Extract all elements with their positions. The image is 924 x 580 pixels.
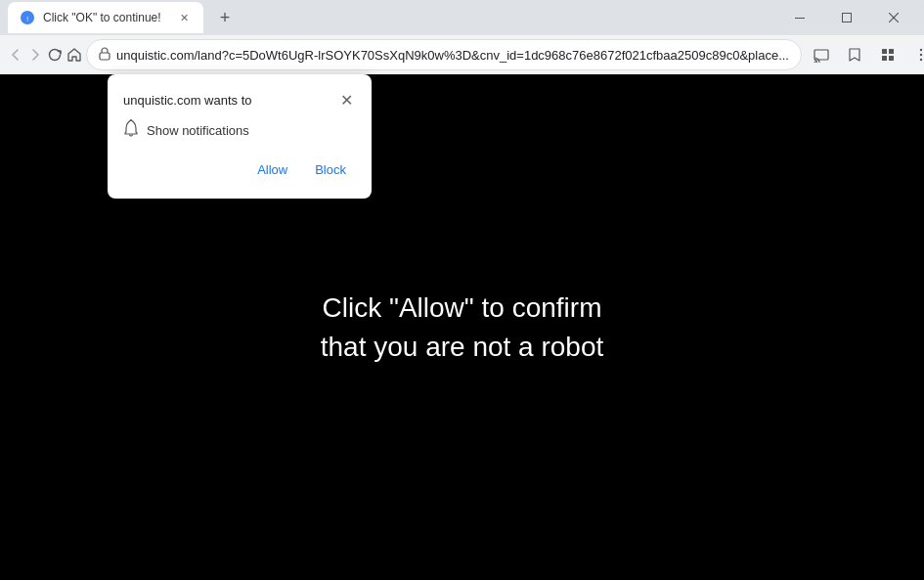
forward-button[interactable] — [27, 39, 43, 70]
popup-actions: Allow Block — [123, 156, 356, 183]
permission-popup: unquistic.com wants to ✕ Show notificati… — [108, 74, 372, 199]
maximize-button[interactable] — [824, 2, 869, 33]
bookmark-button[interactable] — [839, 39, 870, 70]
svg-point-16 — [130, 119, 132, 121]
new-tab-button[interactable]: + — [211, 4, 239, 31]
page-line2: that you are not a robot — [321, 328, 604, 366]
svg-text:!: ! — [26, 15, 28, 23]
svg-point-13 — [920, 49, 922, 51]
extensions-button[interactable] — [872, 39, 903, 70]
browser-menu-button[interactable] — [905, 39, 924, 70]
svg-point-15 — [920, 59, 922, 61]
lock-icon — [99, 47, 110, 64]
tab-close-button[interactable]: ✕ — [176, 10, 192, 25]
tab-title: Click "OK" to continue! — [43, 11, 168, 24]
title-bar: ! Click "OK" to continue! ✕ + — [0, 0, 924, 35]
cast-button[interactable] — [806, 39, 837, 70]
tab-favicon: ! — [20, 10, 35, 25]
permission-text: Show notifications — [147, 123, 249, 138]
allow-button[interactable]: Allow — [247, 156, 297, 183]
refresh-button[interactable] — [47, 39, 63, 70]
svg-rect-6 — [100, 53, 110, 60]
svg-point-14 — [920, 54, 922, 56]
back-button[interactable] — [8, 39, 23, 70]
svg-rect-9 — [882, 49, 887, 54]
nav-actions — [806, 39, 924, 70]
nav-bar: unquistic.com/land?c=5DoWt6UgR-lrSOYK70S… — [0, 35, 924, 74]
svg-point-8 — [814, 62, 815, 63]
popup-permission-row: Show notifications — [123, 119, 356, 141]
chrome-window: ! Click "OK" to continue! ✕ + — [0, 0, 924, 580]
page-main-text: Click "Allow" to confirm that you are no… — [321, 289, 604, 365]
svg-rect-2 — [795, 18, 805, 19]
active-tab[interactable]: ! Click "OK" to continue! ✕ — [8, 2, 203, 33]
address-bar[interactable]: unquistic.com/land?c=5DoWt6UgR-lrSOYK70S… — [86, 39, 802, 70]
home-button[interactable] — [66, 39, 82, 70]
page-content: Click "Allow" to confirm that you are no… — [0, 74, 924, 580]
svg-rect-3 — [843, 14, 852, 22]
popup-close-button[interactable]: ✕ — [336, 90, 356, 110]
bell-icon — [123, 119, 139, 141]
window-controls — [777, 2, 916, 33]
block-button[interactable]: Block — [305, 156, 356, 183]
minimize-button[interactable] — [777, 2, 822, 33]
svg-rect-11 — [882, 56, 887, 61]
popup-header: unquistic.com wants to ✕ — [123, 90, 356, 110]
close-button[interactable] — [871, 2, 916, 33]
svg-rect-10 — [889, 49, 894, 54]
popup-title: unquistic.com wants to — [123, 93, 252, 108]
page-line1: Click "Allow" to confirm — [321, 289, 604, 327]
svg-rect-12 — [889, 56, 894, 61]
address-text: unquistic.com/land?c=5DoWt6UgR-lrSOYK70S… — [116, 48, 789, 63]
